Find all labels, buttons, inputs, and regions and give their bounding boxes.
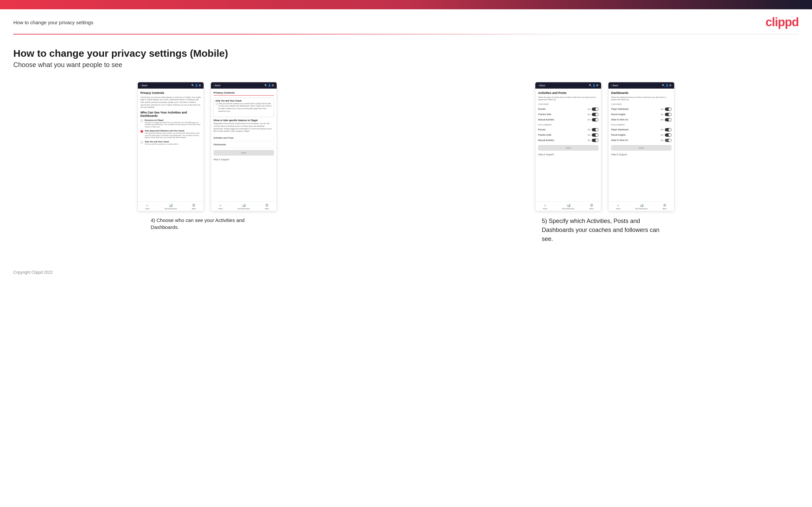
toggle-work-on-coaches: What To Work On ON (611, 117, 671, 122)
copyright: Copyright Clippd 2022 (0, 257, 812, 281)
footer-perf-2[interactable]: 📊 My Performance (238, 204, 250, 210)
toggle-round-insights-coaches: Round Insights ON (611, 112, 671, 117)
phone-footer-3: ⌂ Home 📊 My Performance ☰ Menu (536, 202, 601, 211)
help-support-4: Help & Support (611, 153, 671, 156)
privacy-tab[interactable]: Privacy Controls (213, 91, 235, 95)
screenshot-pair-2: ‹ Back 🔍 👤 ⚙ Activities and Posts Select… (535, 82, 674, 211)
footer-perf-1[interactable]: 📊 My Performance (165, 204, 177, 210)
toggle-work-on-coaches-switch[interactable] (665, 118, 671, 121)
toggle-manual-followers-label: Manual Activities (538, 139, 554, 142)
activities-posts-link[interactable]: Activities and Posts › (213, 135, 274, 142)
footer-perf-3[interactable]: 📊 My Performance (562, 204, 574, 210)
footer-perf-label-1: My Performance (165, 208, 177, 210)
right-group: ‹ Back 🔍 👤 ⚙ Activities and Posts Select… (411, 82, 799, 243)
toggle-player-dash-coaches-switch[interactable] (665, 108, 671, 111)
toggle-manual-coaches-switch[interactable] (592, 118, 599, 121)
tooltip-option: Only you and the coaches you connect wit… (215, 103, 272, 115)
toggle-drills-followers-label: Practice Drills (538, 134, 551, 136)
option-approved-label: Only Approved Followers and Your Coach (145, 130, 201, 132)
dashboards-title-4: Dashboards (611, 91, 671, 95)
footer-home-4[interactable]: ⌂ Home (616, 204, 620, 210)
activities-posts-desc-3: Select the types of activity that you'd … (538, 96, 599, 101)
footer-menu-label-3: Menu (590, 208, 594, 210)
toggle-rounds-followers-switch[interactable] (592, 128, 599, 131)
phone-body-1: Privacy Controls Control how you and you… (138, 89, 204, 202)
help-support-2: Help & Support (213, 158, 274, 161)
dashboards-arrow: › (273, 143, 274, 146)
show-hide-desc: Regardless of the privacy controls that … (213, 122, 274, 133)
option-approved-text: Only Approved Followers and Your Coach O… (145, 130, 201, 139)
privacy-controls-title: Privacy Controls (141, 91, 201, 95)
back-btn-1[interactable]: ‹ Back (141, 84, 147, 87)
perf-icon-4: 📊 (640, 204, 644, 207)
menu-icon-1: ☰ (192, 204, 195, 207)
header-icons-2: 🔍 👤 ⚙ (264, 84, 274, 87)
toggle-player-dash-coaches: Player Dashboard ON (611, 107, 671, 112)
footer-menu-4[interactable]: ☰ Menu (663, 204, 667, 210)
home-icon-1: ⌂ (146, 204, 148, 207)
header: How to change your privacy settings clip… (0, 9, 812, 34)
toggle-manual-followers: Manual Activities ON (538, 138, 599, 143)
dashboards-link[interactable]: Dashboards › (213, 142, 274, 148)
screenshot-pair-1: ‹ Back 🔍 👤 ⚙ Privacy Controls Control ho… (138, 82, 277, 211)
radio-approved[interactable] (141, 130, 143, 133)
toggle-rounds-coaches-label: Rounds (538, 108, 545, 110)
footer-menu-label-2: Menu (265, 208, 269, 210)
toggle-drills-coaches-switch[interactable] (592, 113, 599, 116)
toggle-player-dash-followers-switch[interactable] (665, 128, 671, 131)
footer-home-label-2: Home (218, 208, 222, 210)
footer-menu-2[interactable]: ☰ Menu (265, 204, 269, 210)
followers-label-4: FOLLOWERS (611, 124, 671, 126)
footer-menu-label-4: Menu (663, 208, 667, 210)
toggle-round-insights-followers-switch[interactable] (665, 133, 671, 137)
menu-icon-4: ☰ (663, 204, 666, 207)
toggle-work-on-followers-switch[interactable] (665, 139, 671, 142)
perf-icon-2: 📊 (242, 204, 246, 207)
option-only-you[interactable]: Only You and Your Coach Only you and the… (141, 141, 201, 145)
privacy-controls-desc: Control how you and your data appears to… (141, 96, 201, 109)
coaches-label-3: COACHES (538, 103, 599, 105)
radio-everyone[interactable] (141, 119, 143, 122)
footer-home-1[interactable]: ⌂ Home (145, 204, 149, 210)
footer-perf-4[interactable]: 📊 My Performance (635, 204, 648, 210)
toggle-drills-coaches: Practice Drills ON (538, 112, 599, 117)
perf-icon-3: 📊 (567, 204, 570, 207)
privacy-tab-bar: Privacy Controls (213, 91, 274, 96)
toggle-drills-followers-switch[interactable] (592, 133, 599, 137)
toggle-round-insights-coaches-switch[interactable] (665, 113, 671, 116)
caption-step4: 4) Choose who can see your Activities an… (151, 217, 264, 231)
toggle-manual-coaches: Manual Activities ON (538, 117, 599, 122)
save-btn-3[interactable]: Save (538, 145, 599, 151)
toggle-manual-coaches-label: Manual Activities (538, 118, 554, 121)
footer-perf-label-3: My Performance (562, 208, 574, 210)
footer-home-2[interactable]: ⌂ Home (218, 204, 222, 210)
toggle-rounds-coaches-switch[interactable] (592, 108, 599, 111)
top-bar (0, 0, 812, 9)
toggle-player-dash-followers: Player Dashboard ON (611, 127, 671, 132)
back-btn-3[interactable]: ‹ Back (538, 84, 545, 87)
toggle-work-on-followers: What To Work On ON (611, 138, 671, 143)
activities-posts-arrow: › (273, 136, 274, 139)
back-btn-4[interactable]: ‹ Back (611, 84, 618, 87)
toggle-manual-followers-switch[interactable] (592, 139, 599, 142)
option-approved[interactable]: Only Approved Followers and Your Coach O… (141, 130, 201, 139)
option-everyone[interactable]: Everyone on Clippd Everyone on Clippd ca… (141, 119, 201, 128)
menu-icon-3: ☰ (590, 204, 593, 207)
footer-home-3[interactable]: ⌂ Home (543, 204, 547, 210)
footer-menu-3[interactable]: ☰ Menu (590, 204, 594, 210)
footer-home-label-1: Home (145, 208, 149, 210)
option-approved-desc: Only approved followers and coaches you … (145, 132, 201, 139)
screenshot-2: ‹ Back 🔍 👤 ⚙ Privacy Controls Only You a… (211, 82, 277, 211)
toggle-round-insights-coaches-label: Round Insights (611, 113, 625, 115)
save-btn-2[interactable]: Save (213, 150, 274, 156)
header-icons-4: 🔍 👤 ⚙ (662, 84, 671, 87)
toggle-drills-coaches-label: Practice Drills (538, 113, 551, 115)
back-btn-2[interactable]: ‹ Back (213, 84, 220, 87)
header-icons-1: 🔍 👤 ⚙ (191, 84, 201, 87)
left-group: ‹ Back 🔍 👤 ⚙ Privacy Controls Control ho… (13, 82, 401, 231)
home-icon-4: ⌂ (617, 204, 619, 207)
save-btn-4[interactable]: Save (611, 145, 671, 151)
radio-only-you[interactable] (141, 141, 143, 144)
option-only-you-text: Only You and Your Coach Only you and the… (145, 141, 179, 145)
footer-menu-1[interactable]: ☰ Menu (192, 204, 196, 210)
